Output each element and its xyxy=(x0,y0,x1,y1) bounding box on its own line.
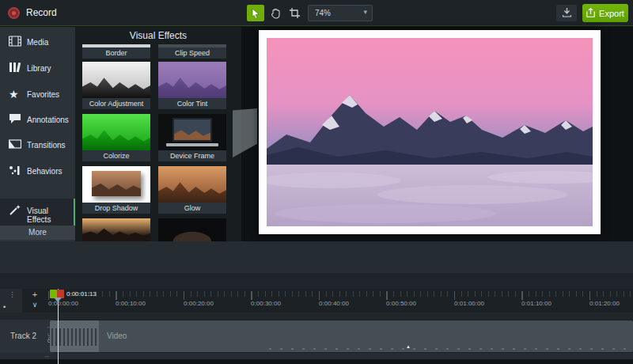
effect-thumbnail-device-frame[interactable] xyxy=(158,114,226,150)
effect-label[interactable]: Glow xyxy=(158,203,226,214)
share-icon xyxy=(586,8,595,19)
effect-label[interactable]: Color Adjustment xyxy=(82,98,150,109)
export-label: Export xyxy=(599,9,624,18)
effect-thumbnail-partial[interactable] xyxy=(82,218,150,241)
ruler-label: 0:00:20:00 xyxy=(184,300,214,307)
clip-keyframe-marks xyxy=(269,348,629,350)
effect-label[interactable]: Drop Shadow xyxy=(82,203,150,214)
sidebar-item-label: Behaviors xyxy=(27,167,62,176)
behaviors-icon xyxy=(9,165,21,177)
effect-thumbnail-colorize[interactable] xyxy=(82,114,150,150)
sidebar-more-button[interactable]: More xyxy=(0,226,75,240)
effect-thumbnail-color-adjustment[interactable] xyxy=(82,62,150,98)
app-window: Record 74% ▾ xyxy=(0,0,633,364)
effect-thumbnail-drop-shadow[interactable] xyxy=(82,166,150,203)
media-icon xyxy=(9,36,21,48)
playhead-time: 0:00:01:13 xyxy=(66,290,97,298)
sidebar-item-transitions[interactable]: Transitions xyxy=(0,133,75,157)
record-icon xyxy=(8,7,20,19)
ruler-label: 0:01:00:00 xyxy=(454,300,484,307)
top-toolbar: Record 74% ▾ xyxy=(0,0,633,26)
pan-tool-button[interactable] xyxy=(267,5,284,21)
panel-title: Visual Effects xyxy=(75,30,241,41)
sidebar-item-media[interactable]: Media xyxy=(0,30,75,54)
effect-label[interactable]: Colorize xyxy=(82,150,150,161)
playback-bar: ◀ ▶ ▶ ‹ › 00:01 / 01:46 30 fps ⚙ Propert… xyxy=(0,241,633,273)
ruler-label: 0:00:00:00 xyxy=(48,300,78,307)
canvas-zoom-value: 74% xyxy=(315,9,331,17)
ruler-major-ticks xyxy=(48,291,633,300)
effect-label-clip-speed[interactable]: Clip Speed xyxy=(158,47,226,59)
sidebar-item-label: Annotations xyxy=(27,116,69,124)
download-button[interactable] xyxy=(556,5,577,21)
effect-thumbnail-color-tint[interactable] xyxy=(158,62,226,98)
timeline-gutter: ⋮ • xyxy=(0,289,22,313)
timeline-ruler[interactable]: 0:00:00:00 0:00:10:00 0:00:20:00 0:00:30… xyxy=(46,289,633,313)
ruler-label: 0:00:10:00 xyxy=(116,300,146,307)
sidebar-item-library[interactable]: Library xyxy=(0,56,75,80)
sidebar-item-annotations[interactable]: Annotations xyxy=(0,108,75,131)
record-button[interactable]: Record xyxy=(26,7,57,18)
playhead-head[interactable] xyxy=(54,298,62,306)
video-clip[interactable]: Video ▲ xyxy=(55,320,633,352)
ruler-label: 0:00:40:00 xyxy=(319,300,349,307)
device-screen xyxy=(172,118,212,142)
clip-label: Video xyxy=(107,332,127,340)
speech-bubble-icon xyxy=(9,113,21,126)
effect-label-border[interactable]: Border xyxy=(82,47,150,59)
sidebar-item-visual-effects[interactable]: Visual Effects xyxy=(0,199,75,226)
hand-icon xyxy=(271,8,281,19)
keyframe-marker-icon[interactable]: ▲ xyxy=(406,344,411,349)
sidebar-item-label: Media xyxy=(27,38,48,47)
cursor-icon xyxy=(251,8,260,19)
track-spacer xyxy=(0,313,633,320)
ruler-label: 0:01:20:00 xyxy=(589,300,620,307)
device-base xyxy=(166,143,218,146)
ruler-label: 0:00:50:00 xyxy=(386,300,416,307)
track-resize-icon: ↔ xyxy=(44,353,50,358)
gutter-dot-icon: • xyxy=(3,303,6,311)
star-icon: ★ xyxy=(9,88,21,100)
track-row-1-partial[interactable]: ↔ xyxy=(0,353,633,359)
timeline-toolbar: ↶ ↷ ✂ − + xyxy=(0,273,633,289)
preview-image xyxy=(267,38,593,226)
add-track-button[interactable]: + xyxy=(28,290,41,300)
sidebar-item-behaviors[interactable]: Behaviors xyxy=(0,159,75,183)
sidebar-item-label: Visual Effects xyxy=(27,207,74,224)
effect-label[interactable]: Color Tint xyxy=(158,98,226,109)
effect-thumbnail-glow[interactable] xyxy=(158,166,226,203)
ruler-label: 0:00:30:00 xyxy=(251,300,281,307)
library-icon xyxy=(9,62,21,74)
transitions-icon xyxy=(9,138,21,151)
effect-thumbnail-partial[interactable] xyxy=(158,218,226,241)
sidebar: Media Library ★ Favorites Annotations Tr… xyxy=(0,27,75,241)
drag-handle-icon[interactable]: ⋮ xyxy=(9,290,16,298)
shadowed-photo xyxy=(92,171,141,196)
chevron-down-icon: ▾ xyxy=(363,8,367,16)
effect-label[interactable]: Device Frame xyxy=(158,150,226,161)
ruler-label: 0:01:10:00 xyxy=(521,300,552,307)
track-row-2: Track 2 ↔ ∪ Video ▲ xyxy=(0,320,633,353)
crop-icon xyxy=(290,8,300,18)
export-button[interactable]: Export xyxy=(582,4,628,22)
preview-image-frame[interactable] xyxy=(259,30,601,234)
visual-effects-panel: Visual Effects Border Clip Speed Color A… xyxy=(75,27,241,241)
collapse-tracks-button[interactable]: ∨ xyxy=(28,300,41,310)
sidebar-item-label: Transitions xyxy=(27,141,66,150)
sidebar-item-label: Library xyxy=(27,64,51,73)
sidebar-item-label: Favorites xyxy=(27,90,59,99)
sidebar-item-favorites[interactable]: ★ Favorites xyxy=(0,82,75,106)
timeline: ⋮ • + ∨ 0:00:00:00 0:00:10:00 0:00:20:00… xyxy=(0,289,633,364)
magic-wand-icon xyxy=(9,204,21,217)
download-icon xyxy=(563,6,571,21)
cursor-tool-button[interactable] xyxy=(247,5,264,21)
crop-tool-button[interactable] xyxy=(286,5,303,21)
timeline-bottom-edge xyxy=(0,359,633,364)
track2-label: Track 2 xyxy=(10,332,36,340)
canvas-zoom-dropdown[interactable]: 74% ▾ xyxy=(308,5,373,21)
